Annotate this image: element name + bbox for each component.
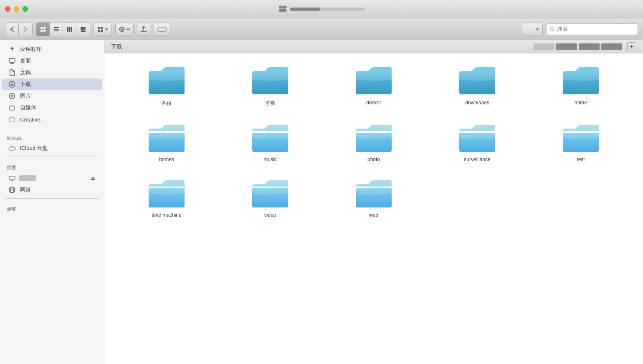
divider-3 xyxy=(5,198,99,199)
sidebar-item-device[interactable]: ⏏ xyxy=(2,172,102,184)
nav-buttons xyxy=(5,22,33,36)
sidebar-label-creative: Creative... xyxy=(20,116,45,123)
view-gallery-button[interactable] xyxy=(76,23,90,36)
svg-rect-26 xyxy=(9,58,15,62)
folder-icon-beifen xyxy=(148,65,185,96)
folder-label-surveillance: surveillance xyxy=(464,157,490,162)
folder-item-test[interactable]: test xyxy=(531,119,630,166)
back-button[interactable] xyxy=(5,23,19,36)
folder-item-surveillance[interactable]: surveillance xyxy=(428,119,527,166)
sidebar-item-applications[interactable]: 应用程序 xyxy=(2,43,102,55)
sidebar-label-network: 网络 xyxy=(20,186,31,194)
folder-item-downloads[interactable]: downloads xyxy=(428,62,527,110)
folder-icon-home xyxy=(562,65,600,96)
sidebar-item-icloud-drive[interactable]: iCloud 云盘 xyxy=(2,142,102,154)
path-segment-4 xyxy=(601,43,622,50)
file-grid: 备份监视dockerdownloadshomehomesmusicphotosu… xyxy=(104,53,643,364)
folder-item-docker[interactable]: docker xyxy=(324,62,423,110)
svg-rect-20 xyxy=(98,30,100,32)
main-layout: 应用程序 桌面 文稿 下载 图片 xyxy=(0,40,643,364)
device-disk-bar xyxy=(19,175,36,181)
svg-rect-24 xyxy=(158,27,166,31)
svg-rect-5 xyxy=(43,27,46,29)
share-button[interactable] xyxy=(137,23,150,36)
svg-rect-12 xyxy=(69,27,70,32)
folder-icon-photo xyxy=(355,122,392,153)
folder-label-test: test xyxy=(577,157,585,162)
folder-label-downloads: downloads xyxy=(465,100,489,106)
maximize-button[interactable] xyxy=(23,6,28,12)
svg-rect-18 xyxy=(98,27,100,29)
view-column-button[interactable] xyxy=(63,23,76,36)
folder-item-home[interactable]: home xyxy=(531,62,630,110)
network-icon xyxy=(8,186,16,194)
desktop-icon xyxy=(8,57,16,65)
minimize-button[interactable] xyxy=(14,6,19,12)
folder-item-jianshi[interactable]: 监视 xyxy=(220,62,320,110)
sidebar-label-documents: 文稿 xyxy=(20,69,31,76)
device-icon xyxy=(8,174,16,182)
title-bar xyxy=(0,0,643,18)
svg-rect-38 xyxy=(10,181,14,181)
locations-section-label: 位置 xyxy=(0,159,104,172)
tag-button[interactable] xyxy=(154,23,170,36)
folder-item-beifen[interactable]: 备份 xyxy=(117,62,216,110)
svg-rect-9 xyxy=(54,29,59,30)
sidebar-item-desktop[interactable]: 桌面 xyxy=(2,55,102,67)
close-button[interactable] xyxy=(5,6,10,12)
folder-label-video: video xyxy=(264,212,276,218)
folder-icon-video xyxy=(251,177,289,209)
content-area: 下载 + 备份监视dockerdownloadshomehomesmusicph… xyxy=(104,40,643,364)
folder-icon-surveillance xyxy=(458,122,496,153)
svg-point-30 xyxy=(10,94,15,99)
svg-rect-15 xyxy=(84,27,86,28)
eject-button[interactable]: ⏏ xyxy=(90,175,96,182)
folder-icon-jianshi xyxy=(251,65,289,96)
view-list-button[interactable] xyxy=(50,23,63,36)
folder-item-music[interactable]: music xyxy=(220,119,320,166)
title-progress-area xyxy=(290,8,365,11)
add-button[interactable]: + xyxy=(627,42,636,51)
media-icon xyxy=(8,104,16,111)
folder-item-video[interactable]: video xyxy=(220,174,320,221)
folder-label-music: music xyxy=(263,157,276,162)
sidebar-item-downloads[interactable]: 下载 xyxy=(2,78,102,90)
folder-item-photo[interactable]: photo xyxy=(324,119,423,166)
forward-button[interactable] xyxy=(19,23,32,36)
svg-rect-11 xyxy=(67,27,68,32)
downloads-icon xyxy=(8,81,16,88)
search-icon xyxy=(550,27,554,32)
folder-icon-music xyxy=(251,122,289,153)
svg-rect-36 xyxy=(9,176,15,180)
title-progress-bar xyxy=(290,8,365,11)
sidebar-item-pictures[interactable]: 图片 xyxy=(2,90,102,102)
sidebar-label-media: 自媒体 xyxy=(20,104,36,111)
svg-rect-7 xyxy=(43,30,46,32)
sidebar-item-creative[interactable]: Creative... xyxy=(2,114,102,125)
group-dropdown[interactable] xyxy=(94,23,112,36)
sidebar-label-icloud-drive: iCloud 云盘 xyxy=(20,144,48,152)
search-box[interactable] xyxy=(546,23,638,35)
svg-point-2 xyxy=(285,6,286,8)
folder-label-photo: photo xyxy=(367,157,380,162)
folder-item-homes[interactable]: homes xyxy=(117,119,216,166)
sidebar-item-media[interactable]: 自媒体 xyxy=(2,102,102,114)
search-input[interactable] xyxy=(557,26,634,32)
folder-icon-downloads xyxy=(458,65,496,96)
arrange-dropdown[interactable] xyxy=(522,23,543,36)
folder-item-time_machine[interactable]: time machine xyxy=(117,174,216,221)
svg-rect-34 xyxy=(10,118,15,122)
sidebar-item-documents[interactable]: 文稿 xyxy=(2,67,102,78)
server-icon xyxy=(278,5,287,14)
action-dropdown[interactable] xyxy=(115,23,134,36)
svg-rect-10 xyxy=(54,30,59,31)
path-segment-2 xyxy=(556,43,577,50)
folder-item-web[interactable]: web xyxy=(324,174,423,221)
sidebar-item-network[interactable]: 网络 xyxy=(2,184,102,196)
path-segment-1 xyxy=(534,43,554,50)
applications-icon xyxy=(8,46,16,53)
view-icon-button[interactable] xyxy=(36,23,50,36)
tags-section-label: 标签 xyxy=(0,201,104,214)
folder-label-home: home xyxy=(575,100,587,106)
divider-2 xyxy=(5,157,99,157)
